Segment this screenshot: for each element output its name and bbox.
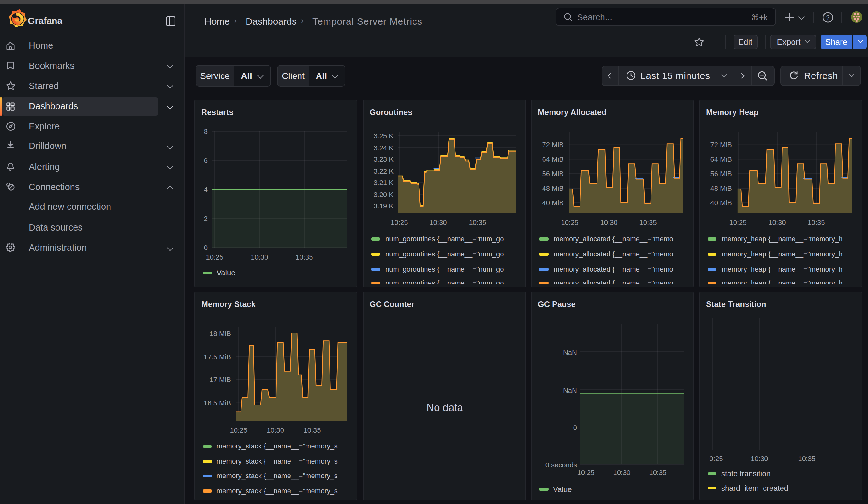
svg-text:?: ? (826, 14, 830, 21)
